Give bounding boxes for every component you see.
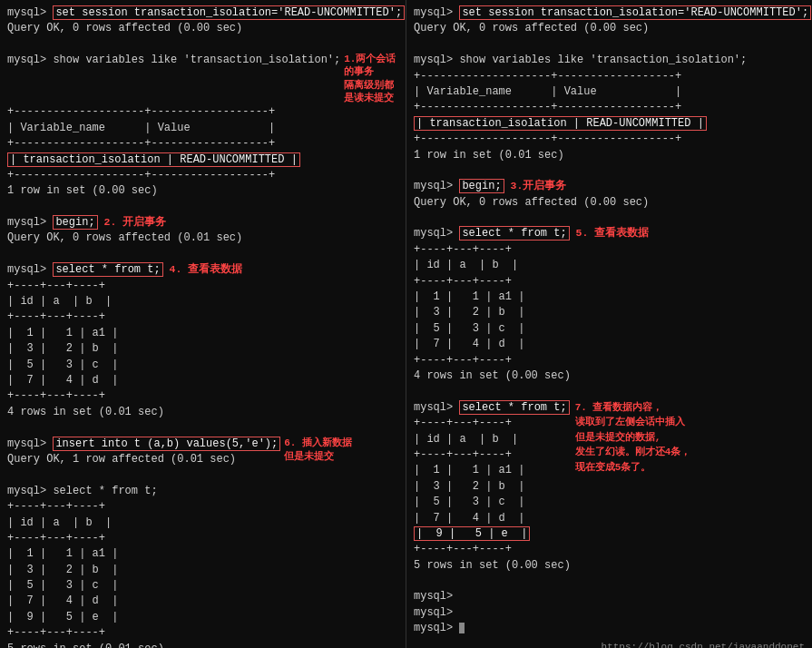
right-cmd-1: set session transaction_isolation='READ-… bbox=[459, 5, 811, 20]
right-line-1: mysql> set session transaction_isolation… bbox=[414, 5, 805, 21]
right-panel: mysql> set session transaction_isolation… bbox=[406, 0, 812, 648]
left-begin-result: Query OK, 0 rows affected (0.01 sec) bbox=[7, 231, 398, 246]
right-prompt-4: mysql> bbox=[414, 401, 459, 414]
right-data-row-2a: | 3 | 2 | b | bbox=[414, 305, 805, 320]
main-container: mysql> set session transaction_isolation… bbox=[0, 0, 812, 648]
annotation-1: 1.两个会话的事务隔离级别都是读未提交 bbox=[344, 53, 398, 104]
right-final-1: mysql> bbox=[414, 589, 805, 604]
left-table-div-1: +--------------------+------------------… bbox=[7, 104, 398, 120]
right-table-header-1: | Variable_name | Value | bbox=[414, 84, 805, 100]
right-data-row-2b: | 3 | 2 | b | bbox=[414, 479, 570, 495]
right-ann-5: 5. 查看表数据 bbox=[570, 226, 650, 241]
right-select-line-1: mysql> select * from t; 5. 查看表数据 bbox=[414, 226, 805, 241]
right-data-row-3a: | 5 | 3 | c | bbox=[414, 321, 805, 337]
left-insert-row: mysql> insert into t (a,b) values(5,'e')… bbox=[7, 437, 398, 468]
right-prompt-2: mysql> bbox=[414, 180, 459, 192]
left-prompt-3: mysql> bbox=[7, 263, 53, 276]
left-table-div-8: +----+---+----+ bbox=[7, 531, 398, 546]
right-data-row-1a: | 1 | 1 | a1 | bbox=[414, 290, 805, 305]
right-data-row-4b: | 7 | 4 | d | bbox=[414, 511, 570, 526]
right-url: https://blog.csdn.net/javaanddonet bbox=[414, 641, 805, 648]
left-rowcount-1: 1 row in set (0.00 sec) bbox=[7, 183, 398, 199]
left-blank-3 bbox=[7, 247, 398, 262]
right-line-2: Query OK, 0 rows affected (0.00 sec) bbox=[414, 21, 805, 36]
right-data-row-5b-hl: | 9 | 5 | e | bbox=[414, 526, 570, 542]
right-select2-row: mysql> select * from t; +----+---+----+ … bbox=[414, 400, 805, 558]
left-panel: mysql> set session transaction_isolation… bbox=[0, 0, 406, 648]
left-table-div-5: +----+---+----+ bbox=[7, 309, 398, 325]
left-data-row-1b: | 1 | 1 | a1 | bbox=[7, 546, 398, 562]
right-table-row-highlight-1: | transaction_isolation | READ-UNCOMMITT… bbox=[414, 116, 805, 132]
right-final-3: mysql> bbox=[414, 621, 805, 636]
right-table-div-6: +----+---+----+ bbox=[414, 353, 805, 368]
left-insert-cmd: insert into t (a,b) values(5,'e'); bbox=[53, 437, 280, 451]
right-line-3: mysql> show variables like 'transaction_… bbox=[414, 53, 805, 68]
left-select-line-1: mysql> select * from t; 4. 查看表数据 bbox=[7, 262, 398, 278]
right-select2-text: mysql> select * from t; +----+---+----+ … bbox=[414, 400, 570, 558]
right-ann-3: 3.开启事务 bbox=[504, 179, 567, 194]
right-rowcount-3: 5 rows in set (0.00 sec) bbox=[414, 558, 805, 574]
left-isolation-value: | transaction_isolation | READ-UNCOMMITT… bbox=[7, 152, 300, 167]
right-table-div-2: +--------------------+------------------… bbox=[414, 100, 805, 115]
right-blank-2 bbox=[414, 163, 805, 179]
left-data-row-4a: | 7 | 4 | d | bbox=[7, 373, 398, 388]
left-blank-2 bbox=[7, 200, 398, 215]
left-prompt-2: mysql> bbox=[7, 216, 53, 229]
left-show-vars-text: mysql> show variables like 'transaction_… bbox=[7, 53, 340, 68]
left-table-div-3: +--------------------+------------------… bbox=[7, 168, 398, 183]
left-insert-line: mysql> insert into t (a,b) values(5,'e')… bbox=[7, 437, 280, 452]
left-table-header-3: | id | a | b | bbox=[7, 515, 398, 531]
left-table-div-7: +----+---+----+ bbox=[7, 499, 398, 515]
right-select-cmd-1: select * from t; bbox=[459, 226, 569, 241]
left-table-div-2: +--------------------+------------------… bbox=[7, 136, 398, 152]
right-data-row-1b: | 1 | 1 | a1 | bbox=[414, 463, 570, 478]
left-ann-4: 4. 查看表数据 bbox=[163, 262, 243, 278]
left-show-vars-row: mysql> show variables like 'transaction_… bbox=[7, 53, 398, 104]
right-table-div-8: +----+---+----+ bbox=[414, 447, 570, 463]
left-begin-line: mysql> begin; 2. 开启事务 bbox=[7, 215, 398, 231]
left-blank-1 bbox=[7, 37, 398, 53]
left-cmd-1: set session transaction_isolation='READ-… bbox=[53, 5, 405, 20]
right-table-div-5: +----+---+----+ bbox=[414, 274, 805, 290]
right-rowcount-2: 4 rows in set (0.00 sec) bbox=[414, 368, 805, 384]
left-table-div-9: +----+---+----+ bbox=[7, 625, 398, 641]
left-begin-cmd: begin; bbox=[53, 215, 97, 230]
right-table-div-7: +----+---+----+ bbox=[414, 416, 570, 431]
left-data-row-1a: | 1 | 1 | a1 | bbox=[7, 326, 398, 341]
left-insert-text: mysql> insert into t (a,b) values(5,'e')… bbox=[7, 437, 280, 468]
right-prompt-3: mysql> bbox=[414, 227, 459, 240]
left-table-div-4: +----+---+----+ bbox=[7, 279, 398, 294]
left-rowcount-2: 4 rows in set (0.01 sec) bbox=[7, 405, 398, 420]
right-blank-4 bbox=[414, 384, 805, 399]
annotation-7: 7. 查看数据内容，读取到了左侧会话中插入但是未提交的数据,发生了幻读。刚才还4… bbox=[575, 400, 691, 476]
left-prompt-4: mysql> bbox=[7, 437, 53, 450]
right-select-line-2: mysql> select * from t; bbox=[414, 400, 570, 416]
left-select-cmd-1: select * from t; bbox=[53, 262, 162, 277]
right-isolation-value: | transaction_isolation | READ-UNCOMMITT… bbox=[414, 116, 707, 131]
right-select-cmd-2: select * from t; bbox=[459, 400, 569, 415]
right-data-row-4a: | 7 | 4 | d | bbox=[414, 337, 805, 352]
right-table-div-4: +----+---+----+ bbox=[414, 242, 805, 258]
right-table-header-2: | id | a | b | bbox=[414, 258, 805, 273]
left-prompt-1: mysql> bbox=[7, 6, 53, 19]
annotation-6: 6. 插入新数据但是未提交 bbox=[284, 437, 352, 465]
left-line-2: Query OK, 0 rows affected (0.00 sec) bbox=[7, 21, 398, 36]
left-table-header-1: | Variable_name | Value | bbox=[7, 121, 398, 136]
left-table-row-highlight-1: | transaction_isolation | READ-UNCOMMITT… bbox=[7, 152, 398, 168]
left-ann-2: 2. 开启事务 bbox=[98, 215, 167, 231]
right-begin-cmd: begin; bbox=[459, 179, 504, 193]
left-line-1: mysql> set session transaction_isolation… bbox=[7, 5, 398, 21]
left-blank-5 bbox=[7, 467, 398, 483]
right-begin-result: Query OK, 0 rows affected (0.00 sec) bbox=[414, 195, 805, 211]
left-blank-4 bbox=[7, 420, 398, 436]
right-final-2: mysql> bbox=[414, 605, 805, 621]
left-data-row-5b: | 9 | 5 | e | bbox=[7, 610, 398, 625]
left-data-row-2b: | 3 | 2 | b | bbox=[7, 563, 398, 578]
left-data-row-2a: | 3 | 2 | b | bbox=[7, 341, 398, 357]
right-begin-line: mysql> begin; 3.开启事务 bbox=[414, 179, 805, 194]
left-select-line-2: mysql> select * from t; bbox=[7, 484, 398, 499]
right-table-div-3: +--------------------+------------------… bbox=[414, 132, 805, 147]
right-table-div-1: +--------------------+------------------… bbox=[414, 69, 805, 84]
right-phantom-row: | 9 | 5 | e | bbox=[414, 526, 530, 541]
right-table-div-9: +----+---+----+ bbox=[414, 542, 570, 557]
